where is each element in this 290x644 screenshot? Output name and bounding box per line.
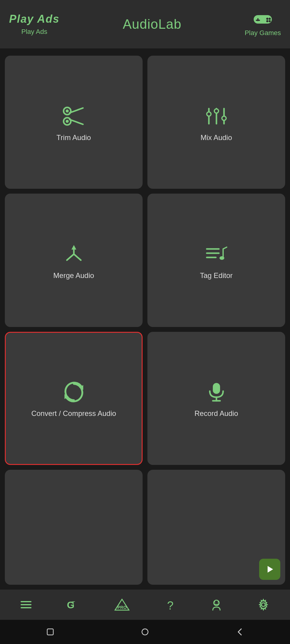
- svg-point-4: [269, 18, 271, 20]
- svg-rect-47: [47, 629, 53, 635]
- svg-point-45: [218, 601, 219, 603]
- app-title-text: AudioLab: [123, 17, 181, 31]
- svg-marker-22: [71, 245, 76, 250]
- trim-audio-label: Trim Audio: [57, 133, 91, 142]
- svg-marker-34: [268, 566, 273, 573]
- tag-editor-card[interactable]: Tag Editor: [147, 194, 285, 327]
- svg-line-11: [70, 108, 83, 113]
- svg-text:PRO: PRO: [117, 605, 127, 610]
- mix-audio-label: Mix Audio: [200, 133, 232, 142]
- convert-icon: [63, 381, 85, 403]
- settings-button[interactable]: [257, 599, 269, 611]
- bottom-nav-bar: G T PRO ?: [0, 590, 290, 620]
- games-icon: [252, 11, 273, 27]
- app-header: Play Ads Play Ads AudioLab Play Games: [0, 0, 290, 48]
- system-nav-bar: [0, 620, 290, 644]
- games-section[interactable]: Play Games: [245, 11, 281, 37]
- ads-section[interactable]: Play Ads Play Ads: [9, 13, 60, 36]
- svg-point-48: [142, 629, 148, 635]
- ads-label: Play Ads: [21, 28, 48, 36]
- back-button[interactable]: [235, 627, 244, 636]
- record-audio-card[interactable]: Record Audio: [147, 332, 285, 465]
- home-button[interactable]: [140, 627, 150, 636]
- title-lab: Lab: [158, 17, 181, 31]
- games-label: Play Games: [245, 29, 281, 37]
- translate-button[interactable]: G T: [66, 599, 80, 611]
- svg-point-44: [214, 601, 215, 603]
- svg-point-5: [266, 20, 269, 22]
- scissors-icon: [62, 106, 86, 127]
- svg-text:?: ?: [167, 599, 173, 611]
- svg-point-18: [222, 116, 226, 120]
- convert-compress-label: Convert / Compress Audio: [31, 409, 116, 418]
- character-button[interactable]: [210, 599, 222, 611]
- svg-point-28: [219, 256, 224, 260]
- merge-audio-label: Merge Audio: [53, 271, 94, 280]
- trim-audio-card[interactable]: Trim Audio: [5, 56, 143, 189]
- menu-button[interactable]: [21, 600, 31, 609]
- play-button[interactable]: [259, 559, 280, 580]
- mix-audio-card[interactable]: Mix Audio: [147, 56, 285, 189]
- app-title: AudioLab: [123, 17, 181, 32]
- recent-apps-button[interactable]: [46, 627, 55, 636]
- tag-editor-icon: [204, 244, 229, 265]
- pro-button[interactable]: PRO: [114, 599, 130, 611]
- svg-line-19: [67, 254, 74, 260]
- help-button[interactable]: ?: [165, 599, 176, 611]
- partial-card-left[interactable]: [5, 470, 143, 585]
- svg-point-10: [66, 110, 69, 113]
- svg-point-14: [207, 112, 211, 116]
- svg-rect-31: [213, 383, 220, 394]
- mixer-icon: [204, 106, 229, 127]
- svg-point-8: [66, 120, 69, 123]
- svg-line-20: [74, 254, 81, 260]
- svg-line-27: [223, 247, 227, 249]
- svg-point-3: [266, 18, 269, 20]
- partial-card-right[interactable]: [147, 470, 285, 585]
- ads-icon: Play Ads: [9, 13, 60, 25]
- svg-rect-2: [256, 20, 260, 21]
- feature-grid: Trim Audio Mix Audio: [0, 51, 290, 590]
- merge-icon: [63, 244, 84, 265]
- svg-point-16: [214, 109, 219, 113]
- record-audio-label: Record Audio: [194, 409, 238, 418]
- svg-point-46: [262, 603, 265, 606]
- title-audio: Audio: [123, 17, 158, 31]
- mic-icon: [207, 381, 226, 403]
- svg-text:T: T: [72, 600, 75, 606]
- merge-audio-card[interactable]: Merge Audio: [5, 194, 143, 327]
- convert-compress-card[interactable]: Convert / Compress Audio: [5, 332, 143, 465]
- svg-point-6: [269, 20, 271, 22]
- tag-editor-label: Tag Editor: [200, 271, 232, 280]
- header-divider: [0, 48, 290, 51]
- svg-line-12: [70, 119, 83, 124]
